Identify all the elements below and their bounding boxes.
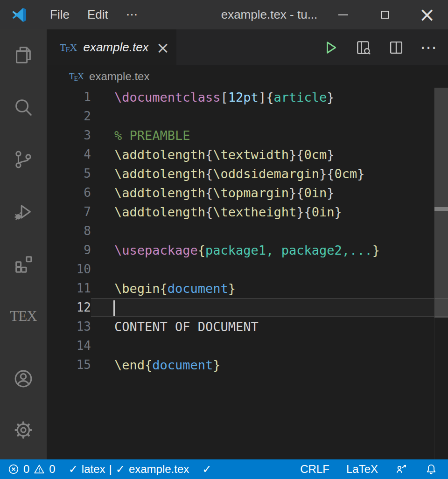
code-text: CONTENT OF DOCUMENT (91, 317, 448, 336)
warning-count: 0 (49, 463, 55, 476)
line-number: 8 (47, 222, 91, 241)
code-line[interactable]: 10 (47, 260, 448, 279)
breadcrumb-file[interactable]: example.tex (89, 70, 149, 83)
code-text (91, 222, 448, 241)
line-number: 2 (47, 107, 91, 126)
split-editor-icon (387, 39, 405, 56)
code-text: \addtolength{\textwidth}{0cm} (91, 145, 448, 164)
split-editor-button[interactable] (386, 38, 406, 57)
code-line[interactable]: 11\begin{document} (47, 279, 448, 298)
activity-source-control[interactable] (0, 146, 47, 174)
code-text: \addtolength{\topmargin}{0in} (91, 183, 448, 202)
code-text: \end{document} (91, 355, 448, 375)
line-number: 11 (47, 279, 91, 298)
code-text: \addtolength{\oddsidemargin}{0cm} (91, 164, 448, 183)
activity-latex-workshop[interactable]: TEX (0, 302, 47, 330)
line-number: 3 (47, 126, 91, 145)
build-latex-button[interactable] (321, 38, 341, 57)
code-text (91, 336, 448, 355)
code-line[interactable]: 1\documentclass[12pt]{article} (47, 88, 448, 107)
tab-example-tex[interactable]: TEX example.tex × (47, 29, 176, 65)
editor-actions: ⋯ (321, 29, 448, 65)
line-number: 10 (47, 260, 91, 279)
activity-account[interactable] (0, 365, 47, 393)
activity-search[interactable] (0, 93, 47, 121)
run-debug-icon (13, 201, 34, 222)
linted-file: example.tex (129, 463, 189, 476)
check-icon: ✓ (69, 463, 78, 476)
overview-ruler-cursor-marker (434, 207, 448, 211)
code-line[interactable]: 2 (47, 107, 448, 126)
line-number: 14 (47, 336, 91, 355)
minimize-icon (338, 14, 348, 15)
vertical-scrollbar[interactable] (434, 88, 448, 459)
activity-extensions[interactable] (0, 250, 47, 278)
code-line[interactable]: 6\addtolength{\topmargin}{0in} (47, 183, 448, 202)
code-line[interactable]: 7\addtolength{\textheight}{0in} (47, 202, 448, 222)
menu-overflow[interactable]: ⋯ (117, 7, 147, 22)
build-status[interactable]: ✓ (202, 463, 211, 476)
line-number: 13 (47, 317, 91, 336)
eol-indicator[interactable]: CRLF (300, 463, 329, 476)
menu-edit[interactable]: Edit (78, 7, 117, 22)
code-line[interactable]: 15\end{document} (47, 355, 448, 375)
problems-indicator[interactable]: 0 0 (7, 463, 56, 476)
line-number: 4 (47, 145, 91, 164)
tab-close-button[interactable]: × (156, 40, 170, 56)
activity-run-debug[interactable] (0, 198, 47, 226)
code-line[interactable]: 3% PREAMBLE (47, 126, 448, 145)
code-line[interactable]: 14 (47, 336, 448, 355)
menu-file[interactable]: File (41, 7, 78, 22)
line-number: 6 (47, 183, 91, 202)
minimize-button[interactable] (322, 0, 364, 29)
files-icon (13, 44, 34, 66)
tab-label: example.tex (83, 40, 148, 55)
feedback-button[interactable] (395, 463, 408, 476)
code-line[interactable]: 8 (47, 222, 448, 241)
line-number: 1 (47, 88, 91, 107)
code-line[interactable]: 9\usepackage{package1, package2,...} (47, 241, 448, 260)
run-icon (322, 39, 339, 56)
maximize-button[interactable] (364, 0, 406, 29)
tab-bar: TEX example.tex × (47, 29, 448, 65)
linter-label: latex (82, 463, 105, 476)
code-line[interactable]: 12 (47, 298, 448, 317)
activity-explorer[interactable] (0, 41, 47, 69)
code-text: \usepackage{package1, package2,...} (91, 241, 448, 260)
line-number: 12 (47, 298, 91, 317)
code-text (91, 107, 448, 126)
ellipsis-icon: ⋯ (420, 43, 438, 52)
breadcrumb[interactable]: TEX example.tex (47, 65, 448, 88)
text-cursor (113, 300, 115, 316)
window-title: example.tex - tu... (221, 7, 318, 22)
scrollbar-thumb[interactable] (434, 88, 448, 318)
tex-file-icon: TEX (69, 71, 84, 82)
line-number: 9 (47, 241, 91, 260)
check-icon: ✓ (116, 463, 125, 476)
linter-status[interactable]: ✓ latex | ✓ example.tex (69, 463, 189, 476)
editor-group: TEX example.tex × (47, 29, 448, 459)
title-bar: File Edit ⋯ example.tex - tu... × (0, 0, 448, 29)
close-button[interactable]: × (406, 0, 448, 29)
code-editor[interactable]: 1\documentclass[12pt]{article}23% PREAMB… (47, 88, 448, 459)
activity-bar: TEX (0, 29, 47, 459)
view-pdf-button[interactable] (354, 38, 373, 57)
code-lines: 1\documentclass[12pt]{article}23% PREAMB… (47, 88, 448, 375)
notifications-button[interactable] (425, 463, 438, 476)
line-number: 15 (47, 355, 91, 375)
code-line[interactable]: 5\addtolength{\oddsidemargin}{0cm} (47, 164, 448, 183)
tex-icon: TEX (10, 308, 36, 325)
more-actions-button[interactable]: ⋯ (419, 38, 439, 57)
code-text (91, 298, 448, 317)
line-number: 7 (47, 202, 91, 222)
activity-settings[interactable] (0, 416, 47, 444)
language-mode[interactable]: LaTeX (346, 463, 378, 476)
separator: | (109, 463, 112, 476)
error-count: 0 (23, 463, 29, 476)
close-icon: × (419, 5, 435, 25)
code-line[interactable]: 13CONTENT OF DOCUMENT (47, 317, 448, 336)
account-icon (13, 368, 34, 389)
vscode-window: File Edit ⋯ example.tex - tu... × (0, 0, 448, 479)
code-line[interactable]: 4\addtolength{\textwidth}{0cm} (47, 145, 448, 164)
status-bar: 0 0 ✓ latex | ✓ example.tex ✓ CRLF LaTeX (0, 459, 448, 479)
